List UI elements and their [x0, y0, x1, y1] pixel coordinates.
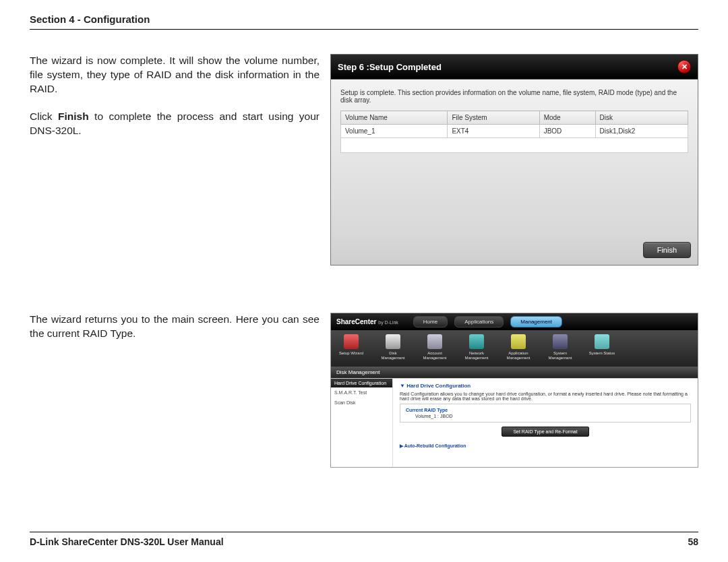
dialog-footer: Finish	[331, 238, 698, 265]
icon-system-status[interactable]: System Status	[587, 334, 617, 360]
finish-keyword: Finish	[58, 111, 89, 122]
screenshot-sharecenter: ShareCenter by D-Link Home Applications …	[330, 313, 698, 468]
main-description: Raid Configuration allows you to change …	[400, 392, 691, 401]
icon-label: Disk Management	[378, 351, 408, 360]
icon-label: System Status	[589, 351, 615, 356]
icon-system-management[interactable]: System Management	[545, 334, 575, 360]
icon-label: Application Management	[504, 351, 533, 360]
disk-icon	[386, 334, 400, 349]
title-text: Hard Drive Configuration	[406, 383, 471, 389]
status-icon	[595, 334, 609, 349]
tab-applications[interactable]: Applications	[454, 316, 504, 327]
collapse-label: Auto-Rebuild Configuration	[404, 443, 466, 448]
auto-rebuild-collapse[interactable]: ▶ Auto-Rebuild Configuration	[400, 443, 691, 449]
network-icon	[469, 334, 484, 349]
sharecenter-logo: ShareCenter by D-Link	[336, 318, 398, 325]
dialog-title: Step 6 :Setup Completed	[338, 62, 442, 72]
paragraph-3: The wizard returns you to the main scree…	[30, 313, 320, 341]
icon-disk-management[interactable]: Disk Management	[378, 334, 408, 360]
dialog-header: Step 6 :Setup Completed ✕	[331, 55, 698, 80]
table-row: Volume_1 EXT4 JBOD Disk1,Disk2	[341, 125, 688, 138]
close-icon[interactable]: ✕	[677, 60, 691, 73]
set-raid-button[interactable]: Set RAID Type and Re-Format	[502, 427, 588, 437]
th-file-system: File System	[448, 111, 539, 125]
icon-label: System Management	[545, 351, 575, 360]
raid-type-box: Current RAID Type Volume_1 : JBOD	[400, 404, 691, 423]
account-icon	[427, 334, 442, 349]
volume-table: Volume Name File System Mode Disk Volume…	[340, 111, 688, 153]
tab-management[interactable]: Management	[510, 316, 562, 327]
icon-label: Account Management	[420, 351, 450, 360]
app-icon	[511, 334, 526, 349]
chevron-right-icon: ▶	[400, 443, 404, 448]
icon-setup-wizard[interactable]: Setup Wizard	[336, 334, 366, 360]
page-footer: D-Link ShareCenter DNS-320L User Manual …	[30, 532, 698, 547]
footer-page-number: 58	[688, 536, 698, 547]
content-row-1: The wizard is now complete. It will show…	[30, 54, 698, 266]
sidebar-item-smart[interactable]: S.M.A.R.T. Test	[331, 387, 392, 398]
sidebar-item-hd-config[interactable]: Hard Drive Configuration	[331, 379, 392, 387]
logo-main: ShareCenter	[336, 318, 376, 325]
th-disk: Disk	[595, 111, 688, 125]
system-icon	[553, 334, 568, 349]
sharecenter-sidebar: Hard Drive Configuration S.M.A.R.T. Test…	[331, 379, 393, 467]
logo-sub: by D-Link	[378, 320, 398, 325]
setup-wizard-icon	[344, 334, 359, 349]
icon-label: Setup Wizard	[339, 351, 363, 356]
sharecenter-window: ShareCenter by D-Link Home Applications …	[330, 313, 698, 468]
th-mode: Mode	[539, 111, 595, 125]
table-blank-row	[341, 138, 688, 153]
finish-button[interactable]: Finish	[643, 242, 691, 258]
para2-pre: Click	[30, 111, 58, 122]
paragraph-2: Click Finish to complete the process and…	[30, 110, 320, 138]
icon-network-management[interactable]: Network Management	[462, 334, 491, 360]
dialog-body: Setup is complete. This section provides…	[331, 80, 698, 238]
icon-application-management[interactable]: Application Management	[504, 334, 533, 360]
sidebar-item-scan[interactable]: Scan Disk	[331, 398, 392, 408]
text-column-2: The wizard returns you to the main scree…	[30, 313, 320, 354]
chevron-down-icon: ▼	[400, 383, 406, 389]
content-row-2: The wizard returns you to the main scree…	[30, 313, 698, 468]
setup-completed-dialog: Step 6 :Setup Completed ✕ Setup is compl…	[330, 54, 698, 266]
paragraph-1: The wizard is now complete. It will show…	[30, 54, 320, 96]
text-column-1: The wizard is now complete. It will show…	[30, 54, 320, 152]
footer-left: D-Link ShareCenter DNS-320L User Manual	[30, 536, 224, 547]
td-file-system: EXT4	[448, 125, 539, 138]
section-header: Section 4 - Configuration	[30, 13, 698, 30]
tab-home[interactable]: Home	[413, 316, 448, 327]
icon-account-management[interactable]: Account Management	[420, 334, 450, 360]
td-mode: JBOD	[539, 125, 595, 138]
table-header-row: Volume Name File System Mode Disk	[341, 111, 688, 125]
screenshot-setup-completed: Step 6 :Setup Completed ✕ Setup is compl…	[330, 54, 698, 266]
section-label-disk-management: Disk Management	[331, 367, 698, 378]
raid-value: Volume_1 : JBOD	[406, 414, 685, 418]
dialog-description: Setup is complete. This section provides…	[340, 89, 688, 104]
th-volume-name: Volume Name	[341, 111, 448, 125]
raid-label: Current RAID Type	[406, 408, 685, 412]
main-title: ▼ Hard Drive Configuration	[400, 383, 691, 389]
icon-label: Network Management	[462, 351, 491, 360]
sharecenter-iconbar: Setup Wizard Disk Management Account Man…	[331, 330, 698, 367]
td-disk: Disk1,Disk2	[595, 125, 688, 138]
sharecenter-main: ▼ Hard Drive Configuration Raid Configur…	[393, 379, 698, 467]
sharecenter-body: Hard Drive Configuration S.M.A.R.T. Test…	[331, 378, 698, 467]
td-volume-name: Volume_1	[341, 125, 448, 138]
sharecenter-topbar: ShareCenter by D-Link Home Applications …	[331, 313, 698, 330]
